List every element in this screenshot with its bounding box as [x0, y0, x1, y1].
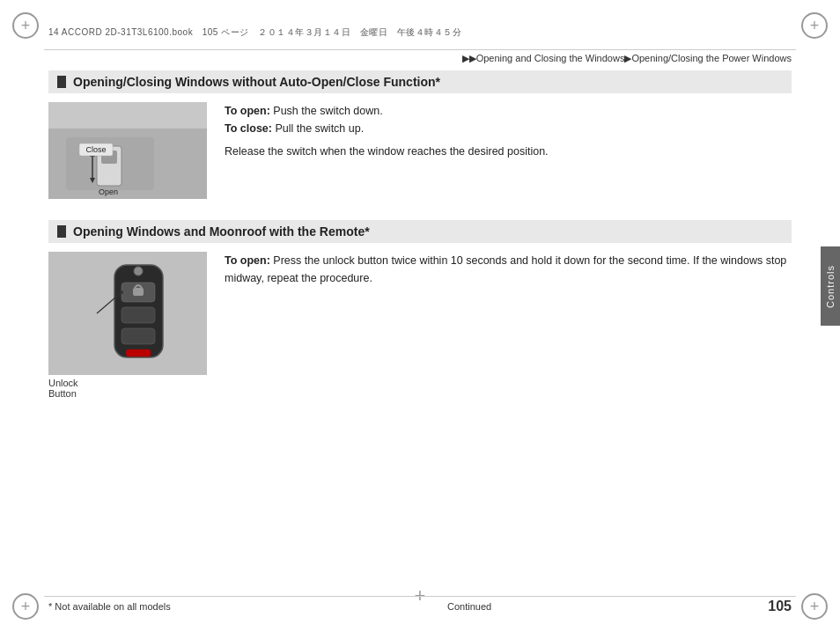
corner-mark-br: [801, 593, 828, 620]
continued-label: Continued: [447, 601, 491, 612]
section2-instruction1: To open: Press the unlock button twice w…: [225, 252, 792, 287]
page-number: 105: [768, 599, 792, 614]
footer-divider: [44, 596, 796, 597]
section1-image-container: Close Open: [48, 102, 207, 199]
section1-title: Opening/Closing Windows without Auto-Ope…: [48, 70, 792, 93]
sidebar-tab-controls: Controls: [821, 246, 840, 326]
section1-text: To open: Push the switch down. To close:…: [225, 102, 792, 199]
corner-mark-bl: [12, 593, 39, 620]
section-opening-windows-remote: Opening Windows and Moonroof with the Re…: [48, 220, 792, 399]
section2-image: [48, 252, 207, 375]
section1-body: Close Open To open: Push the switch down…: [48, 102, 792, 199]
corner-mark-tl: [12, 12, 39, 39]
section1-instruction1: To open: Push the switch down. To close:…: [225, 102, 792, 137]
unlock-button-label: Unlock Button: [48, 378, 207, 399]
section-opening-closing-windows: Opening/Closing Windows without Auto-Ope…: [48, 70, 792, 199]
sidebar-tab-label: Controls: [825, 265, 836, 308]
section1-instruction3: Release the switch when the window reach…: [225, 143, 792, 160]
section2-marker: [57, 225, 66, 238]
section2-title: Opening Windows and Moonroof with the Re…: [48, 220, 792, 243]
svg-text:Close: Close: [85, 145, 106, 154]
svg-text:Open: Open: [99, 187, 118, 196]
section2-text: To open: Press the unlock button twice w…: [225, 252, 792, 399]
svg-rect-15: [133, 288, 144, 296]
header-divider: [44, 49, 796, 50]
section2-image-container: Unlock Button: [48, 252, 207, 399]
footnote: * Not available on all models: [48, 601, 171, 612]
section2-body: Unlock Button To open: Press the unlock …: [48, 252, 792, 399]
remote-diagram-svg: [48, 252, 207, 375]
svg-rect-18: [126, 349, 151, 356]
section1-marker: [57, 76, 66, 88]
footer: * Not available on all models Continued …: [48, 599, 792, 614]
breadcrumb: ▶▶Opening and Closing the Windows▶Openin…: [462, 53, 792, 64]
svg-point-20: [120, 290, 123, 294]
section1-image: Close Open: [48, 102, 207, 199]
svg-rect-17: [122, 328, 155, 344]
file-metadata: 14 ACCORD 2D-31T3L6100.book 105 ページ ２０１４…: [48, 26, 461, 39]
main-content: Opening/Closing Windows without Auto-Ope…: [48, 70, 792, 584]
svg-rect-16: [122, 307, 155, 323]
switch-diagram-svg: Close Open: [48, 102, 207, 199]
corner-mark-tr: [801, 12, 828, 39]
svg-point-13: [134, 267, 143, 276]
